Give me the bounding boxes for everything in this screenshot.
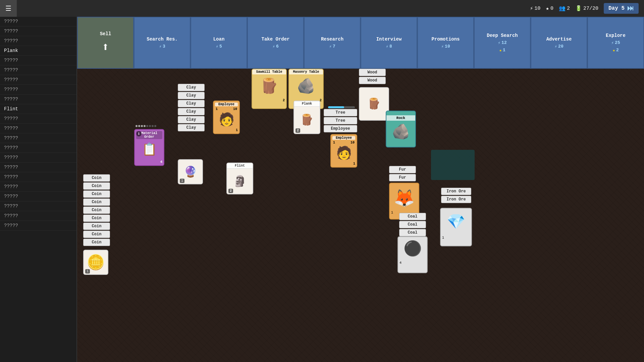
sidebar-item-5[interactable]: ????? [0, 65, 76, 75]
material-order-info[interactable]: ℹ [136, 131, 142, 136]
interview-button[interactable]: Interview ⚡ 8 [361, 17, 417, 69]
coin-item-5[interactable]: Coin [83, 206, 110, 214]
sidebar-item-2[interactable]: ????? [0, 36, 76, 46]
loan-button[interactable]: Loan ⚡ 5 [191, 17, 247, 69]
sidebar-item-10[interactable]: ????? [0, 114, 76, 124]
menu-button[interactable]: ☰ [0, 0, 17, 17]
promotions-button[interactable]: Promotions ⚡ 10 [417, 17, 474, 69]
clay-item-2[interactable]: Clay [178, 92, 205, 99]
sidebar-item-6[interactable]: ????? [0, 75, 76, 85]
sidebar-item-3[interactable]: Plank [0, 46, 76, 56]
tree-item-2[interactable]: Tree [324, 117, 357, 124]
wood-item-2[interactable]: Wood [359, 77, 386, 84]
tree-item-1[interactable]: Tree [324, 109, 357, 116]
sidebar-item-20[interactable]: ????? [0, 211, 76, 221]
research-button[interactable]: Research ⚡ 7 [304, 17, 361, 69]
coal-item-1[interactable]: Coal [399, 213, 426, 220]
wood-item-1[interactable]: Wood [359, 69, 386, 76]
employee-card-2[interactable]: Employee 1 10 🧑 1 [330, 134, 357, 168]
sidebar-item-4[interactable]: ????? [0, 56, 76, 65]
employee-bottom-1: 1 [215, 128, 238, 132]
coin-icon: 🪙 [87, 253, 105, 272]
coal-card[interactable]: ⚫ 4 [397, 236, 428, 273]
sidebar-item-7[interactable]: ????? [0, 85, 76, 95]
iron-ore-item-1[interactable]: Iron Ore [441, 188, 471, 195]
iron-ore-count: 1 [441, 235, 471, 240]
sidebar-item-14[interactable]: ????? [0, 153, 76, 163]
coal-item-3[interactable]: Coal [399, 229, 426, 236]
sidebar-item-1[interactable]: ????? [0, 26, 76, 36]
flint-card[interactable]: Flint 🗿 2 [226, 163, 253, 194]
capacity-stat: 🔋 27/20 [575, 5, 598, 12]
iron-ore-card[interactable]: 💎 1 [440, 208, 472, 246]
sidebar-item-19[interactable]: ????? [0, 201, 76, 211]
sawmill-table-count: 2 [252, 98, 286, 103]
sidebar-item-16[interactable]: ????? [0, 172, 76, 182]
loan-label: Loan [213, 37, 225, 42]
deep-search-cost2: ★ 1 [499, 48, 505, 53]
sidebar-item-8[interactable]: ????? [0, 95, 76, 104]
coin-item-6[interactable]: Coin [83, 215, 110, 222]
masonry-table-icon: 🪨 [289, 74, 323, 98]
coal-item-2[interactable]: Coal [399, 221, 426, 228]
employee-bottom-2: 1 [332, 162, 355, 166]
material-order-card[interactable]: Material Order 📋 4 ℹ [134, 129, 164, 166]
emp-num-left-2: 1 [333, 141, 335, 144]
coin-item-7[interactable]: Coin [83, 223, 110, 230]
header: ☰ ⚡ 10 ★ 0 👥 2 🔋 27/20 Day 5 ⏭ [0, 0, 644, 17]
fur-item-2[interactable]: Fur [389, 174, 416, 181]
fur-item-1[interactable]: Fur [389, 166, 416, 173]
explore-cost2: ★ 2 [612, 48, 619, 53]
stars-stat: ★ 0 [546, 5, 553, 12]
clay-item-4[interactable]: Clay [178, 108, 205, 115]
explore-button[interactable]: Explore ⚡ 25 ★ 2 [587, 17, 644, 69]
material-order-icon: 📋 [142, 142, 157, 157]
people-value: 2 [567, 6, 570, 11]
coin-item-3[interactable]: Coin [83, 190, 110, 198]
sidebar-item-9[interactable]: Flint [0, 104, 76, 114]
sidebar-item-18[interactable]: ????? [0, 192, 76, 201]
action-bar: Sell ⬆ Search Res. ⚡ 3 Loan ⚡ 5 Take Ord… [77, 17, 644, 69]
sidebar-item-17[interactable]: ????? [0, 182, 76, 192]
wood-card[interactable]: 🪵 [359, 87, 389, 121]
emp-num-right-1: 10 [233, 107, 237, 111]
advertise-button[interactable]: Advertise ⚡ 20 [531, 17, 587, 69]
sawmill-table-card[interactable]: Sawmill Table 🪵 2 [252, 69, 287, 109]
clay-item-1[interactable]: Clay [178, 84, 205, 91]
sidebar-item-21[interactable]: ????? [0, 221, 76, 231]
clay-item-5[interactable]: Clay [178, 116, 205, 123]
coin-big-card[interactable]: 🪙 1 [83, 250, 108, 275]
sidebar-item-13[interactable]: ????? [0, 143, 76, 153]
flint-count: 2 [228, 189, 233, 193]
employee-sprite-1: 🧑 [219, 112, 234, 127]
coin-item-8[interactable]: Coin [83, 231, 110, 238]
interview-cost: ⚡ 8 [386, 44, 392, 49]
sidebar-item-12[interactable]: ????? [0, 133, 76, 143]
employee-card-1[interactable]: Employee 1 10 🧑 1 [213, 101, 240, 134]
iron-ore-item-2[interactable]: Iron Ore [441, 196, 471, 203]
employee-nums-1: 1 10 [215, 107, 238, 111]
sidebar-item-15[interactable]: ????? [0, 163, 76, 172]
plank-card[interactable]: Plank 🪵 2 [293, 101, 320, 134]
take-order-button[interactable]: Take Order ⚡ 6 [247, 17, 304, 69]
deep-search-button[interactable]: Deep Search ⚡ 12 ★ 1 [474, 17, 531, 69]
coin-item-4[interactable]: Coin [83, 198, 110, 206]
stats-bar: ⚡ 10 ★ 0 👥 2 🔋 27/20 Day 5 ⏭ [530, 3, 644, 14]
tree-item-3[interactable]: Employee [324, 125, 357, 132]
sell-button[interactable]: Sell ⬆ [77, 17, 134, 69]
rock-card[interactable]: Rock 🪨 [386, 111, 416, 147]
stars-icon: ★ [546, 5, 549, 12]
search-res-button[interactable]: Search Res. ⚡ 3 [134, 17, 191, 69]
sidebar-item-0[interactable]: ????? [0, 17, 76, 26]
coin-item-2[interactable]: Coin [83, 182, 110, 190]
clay-item-6[interactable]: Clay [178, 124, 205, 131]
clay-item-3[interactable]: Clay [178, 100, 205, 107]
coin-item-1[interactable]: Coin [83, 174, 110, 182]
clay-ball-card[interactable]: 🔮 1 [178, 159, 203, 184]
coal-count: 4 [398, 260, 427, 265]
tree-stack: Tree Tree Employee [324, 109, 357, 132]
coin-item-9[interactable]: Coin [83, 239, 110, 246]
day-forward-button[interactable]: ⏭ [627, 4, 634, 12]
promotions-label: Promotions [431, 37, 460, 42]
sidebar-item-11[interactable]: ????? [0, 124, 76, 133]
